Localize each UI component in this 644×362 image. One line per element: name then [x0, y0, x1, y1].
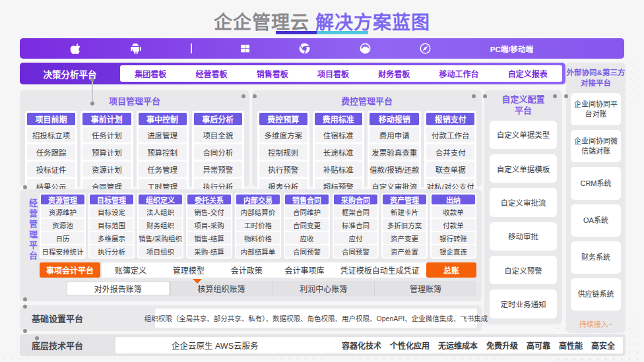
custom-config-platform: 自定义配置 平台 自定义单据类型 自定义单据模板 自定义审批流 移动审批 自定义… [484, 90, 562, 324]
column-item: 应付 [334, 232, 377, 244]
general-ledger-badge: 总账 [426, 262, 476, 278]
connector-dot [23, 329, 27, 333]
external-integration-panel: 外部协同&第三方 对接平台 企业间协同平台对账 企业间协同微信端对账 CRM系统… [566, 63, 626, 333]
operation-columns: 资源管理 资源维护 资源池 日历 日程安排统计 目标管理 目标设定 目标范围 多… [40, 189, 482, 258]
decision-platform-label: 决策分析平台 [20, 67, 120, 80]
column-item: 资产处置 [383, 245, 426, 257]
custom-config-card: 自定义单据模板 [490, 154, 557, 183]
column-item: 任务跟踪 [27, 144, 75, 160]
column-item: 新建卡片 [383, 206, 426, 218]
column-item: 目标设定 [90, 206, 133, 218]
event-accounting-platform-badge: 事项会计平台 [40, 262, 100, 278]
expense-control-platform: 费控管理平台 费控预算 多维度方案 控制规则 执行预警 报表分析 费用标准 住宿… [252, 90, 482, 187]
custom-platform-title: 自定义配置 平台 [484, 90, 562, 117]
platform-column: 出纳 收款单 付款单 银行转账 银企直连 [430, 193, 476, 258]
platform-column: 资源管理 资源维护 资源池 日历 日程安排统计 [40, 193, 86, 258]
external-more-label: 持续接入~ [566, 315, 626, 329]
device-bar-label: PC端/移动端 [490, 44, 533, 54]
board-item: 自定义报表 [508, 68, 548, 79]
connector-line [92, 80, 93, 104]
column-item: 进度管理 [139, 127, 187, 142]
connector-dot [23, 297, 27, 301]
column-item: 工时价格 [236, 219, 280, 231]
column-header: 移动报销 [370, 113, 419, 125]
title-brand: 企企管理云 [214, 13, 315, 33]
connector-dot [253, 94, 257, 98]
basic-platform-label: 基础设置平台 [32, 305, 83, 331]
custom-title-line2: 平台 [484, 106, 562, 117]
platform-column: 费用标准 住宿标准 长途标准 补贴标准 超标预警 [313, 111, 365, 196]
platform-column: 移动报销 费用申请 发票验真查重 借款/报销/还款 自定义审批流 [368, 111, 421, 196]
external-system-card: OA系统 [571, 204, 621, 237]
board-item: 移动工作台 [439, 68, 479, 79]
icon-divider [191, 44, 192, 53]
column-header: 销售合同 [285, 195, 329, 204]
column-item: 银企直连 [432, 245, 475, 257]
tech-feature: 高安全 [591, 340, 615, 351]
book-cell: 利润中心账簿 [273, 281, 375, 296]
accounting-item: 会计政策 [218, 264, 276, 276]
external-system-card: 财务系统 [571, 241, 621, 274]
platform-column: 销售合同 合同维护 合同变更 应收 合同预警 [284, 193, 330, 258]
operation-management-platform: 经营管理平台 资源管理 资源维护 资源池 日历 日程安排统计 目标管理 目标设定… [20, 189, 482, 301]
column-item: 合同预警 [285, 245, 329, 257]
column-item: 预算控制 [139, 144, 187, 160]
tech-platform: 底层技术平台 企企云原生 AWS云服务 容器化技术 个性化应用 无运维成本 免费… [20, 334, 626, 356]
operation-platform-label: 经营管理平台 [26, 198, 39, 262]
column-item: 发票验真查重 [370, 144, 419, 160]
column-item: 合同分析 [194, 144, 242, 160]
decision-analysis-platform: 决策分析平台 集团看板 经营看板 销售看板 项目看板 财务看板 移动工作台 自定… [20, 63, 565, 84]
external-system-card: CRM系统 [571, 167, 621, 199]
account-books-row: 对外报告账簿 核算组织账簿 利润中心账簿 管理账簿 [66, 281, 476, 296]
book-cell: 核算组织账簿 [170, 281, 273, 296]
column-item: 异常预警 [194, 162, 242, 177]
column-item: 项目-采购 [187, 219, 231, 231]
connector-dot [472, 94, 476, 98]
external-system-card: 企业间协同微信端对账 [571, 130, 621, 162]
column-item: 执行分析 [90, 245, 133, 257]
column-header: 组织定义 [139, 195, 182, 204]
column-item: 控制规则 [259, 144, 307, 160]
underline-cyan-segment [317, 31, 368, 34]
tech-platform-label: 底层技术平台 [32, 334, 83, 356]
custom-config-card: 移动审批 [490, 222, 557, 251]
platform-column: 委托关系 销售-交付 项目-采购 销售-结算 采购-结算 [186, 193, 232, 258]
column-item: 项目组织 [139, 245, 182, 257]
column-item: 目标范围 [90, 219, 133, 231]
external-system-list: 企业间协同平台对账 企业间协同微信端对账 CRM系统 OA系统 财务系统 供应链… [566, 88, 626, 315]
book-cell: 对外报告账簿 [67, 282, 169, 295]
book-cell: 管理账簿 [374, 281, 476, 296]
connector-dot [553, 94, 557, 98]
external-system-card: 企业间协同平台对账 [571, 93, 621, 125]
column-item: 任务计划 [82, 127, 131, 142]
external-title-line1: 外部协同&第三方 [566, 68, 626, 78]
custom-config-card: 定时业务通知 [490, 289, 557, 318]
custom-config-card: 自定义单据类型 [490, 121, 557, 149]
column-item: 内部结算单 [236, 245, 280, 257]
column-item: 法人组织 [139, 206, 182, 218]
custom-title-line1: 自定义配置 [484, 94, 562, 106]
column-header: 费用标准 [315, 113, 363, 125]
project-platform-title: 项目管理平台 [20, 90, 249, 107]
tech-feature: 免费升级 [486, 340, 518, 351]
column-item: 采购-结算 [187, 245, 231, 257]
chrome-icon [298, 42, 311, 55]
expense-platform-title: 费控管理平台 [252, 90, 482, 107]
connector-dot [23, 305, 27, 309]
tech-feature: 容器化技术 [342, 340, 381, 351]
tech-feature-list: 容器化技术 个性化应用 无运维成本 免费升级 高可靠 高性能 高安全 [342, 340, 615, 351]
connector-dot [242, 94, 245, 98]
platform-column: 费控预算 多维度方案 控制规则 执行预警 报表分析 [257, 111, 309, 196]
connector-dot [35, 336, 39, 340]
platform-column: 项目前期 招投标立项 任务跟踪 投标证件 结果公示 [25, 111, 77, 196]
project-management-platform: 项目管理平台 项目前期 招投标立项 任务跟踪 投标证件 结果公示 事前计划 任务… [20, 90, 249, 187]
accounting-item: 凭证模板自动生成凭证 [333, 264, 426, 276]
event-accounting-row: 事项会计平台 账簿定义 管理模型 会计政策 会计事项库 凭证模板自动生成凭证 总… [40, 262, 476, 278]
connector-dot [483, 94, 487, 98]
column-item: 内部结算价 [236, 206, 280, 218]
custom-config-card: 自定义审批流 [490, 188, 557, 216]
connector-dot [90, 78, 94, 82]
column-header: 事中控制 [139, 113, 187, 125]
column-header: 内部交易 [236, 195, 280, 204]
android-icon [129, 42, 143, 55]
